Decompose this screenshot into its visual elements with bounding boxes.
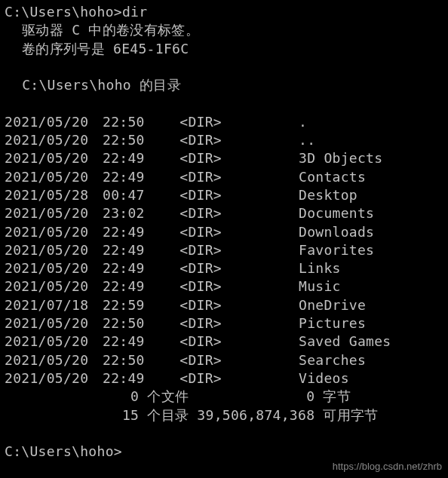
blank-line [5,94,443,112]
entry-type: <DIR> [163,369,246,388]
entry-type: <DIR> [163,332,246,351]
entry-date: 2021/05/20 [5,131,103,149]
entry-name: 3D Objects [299,149,443,167]
entry-time: 22:49 [103,332,163,351]
entry-size [246,296,299,314]
entry-type: <DIR> [163,113,246,131]
entry-date: 2021/05/20 [5,277,103,296]
entry-size [246,314,299,332]
entry-name: Desktop [299,186,443,204]
list-item: 2021/05/2022:49 <DIR>Downloads [5,223,443,241]
entry-name: OneDrive [299,296,443,314]
entry-date: 2021/05/20 [5,113,103,131]
entry-time: 22:50 [103,113,163,131]
list-item: 2021/05/2022:49 <DIR>Music [5,277,443,296]
entry-time: 23:02 [103,204,163,222]
volume-info: 驱动器 C 中的卷没有标签。 [5,21,443,39]
entry-name: Saved Games [299,332,443,351]
entry-size [246,223,299,241]
entry-size [246,131,299,149]
entry-time: 22:50 [103,131,163,149]
entry-size [246,204,299,222]
entry-time: 22:49 [103,277,163,296]
entry-size [246,369,299,388]
entry-date: 2021/05/20 [5,259,103,277]
entry-size [246,277,299,296]
entry-name: . [299,113,443,131]
entry-type: <DIR> [163,351,246,369]
entry-size [246,186,299,204]
entry-type: <DIR> [163,223,246,241]
entry-size [246,149,299,167]
list-item: 2021/05/2022:50 <DIR>Pictures [5,314,443,332]
entry-name: .. [299,131,443,149]
entry-size [246,351,299,369]
entry-time: 22:59 [103,296,163,314]
prompt: C:\Users\hoho> [5,443,122,459]
directory-listing: 2021/05/2022:50 <DIR>.2021/05/2022:50 <D… [5,113,443,388]
entry-date: 2021/05/20 [5,332,103,351]
list-item: 2021/05/2022:49 <DIR>Favorites [5,241,443,259]
entry-type: <DIR> [163,131,246,149]
entry-time: 22:49 [103,223,163,241]
entry-type: <DIR> [163,296,246,314]
prompt: C:\Users\hoho> [5,4,122,20]
blank-line [5,424,443,443]
entry-time: 00:47 [103,186,163,204]
list-item: 2021/05/2022:49 <DIR>Videos [5,369,443,388]
summary-files: 0 个文件 0 字节 [5,388,443,406]
entry-name: Videos [299,369,443,388]
entry-time: 22:49 [103,241,163,259]
serial-info: 卷的序列号是 6E45-1F6C [5,40,443,58]
entry-name: Documents [299,204,443,222]
entry-date: 2021/05/28 [5,186,103,204]
entry-name: Favorites [299,241,443,259]
entry-name: Links [299,259,443,277]
entry-size [246,259,299,277]
entry-time: 22:49 [103,149,163,167]
watermark: https://blog.csdn.net/zhrb [333,460,442,473]
entry-type: <DIR> [163,277,246,296]
list-item: 2021/05/2022:49 <DIR>Contacts [5,168,443,186]
entry-name: Searches [299,351,443,369]
entry-date: 2021/05/20 [5,314,103,332]
entry-date: 2021/05/20 [5,351,103,369]
entry-name: Contacts [299,168,443,186]
entry-size [246,113,299,131]
entry-date: 2021/05/20 [5,241,103,259]
list-item: 2021/05/2022:49 <DIR>Links [5,259,443,277]
entry-type: <DIR> [163,186,246,204]
prompt-ready[interactable]: C:\Users\hoho> [5,443,443,461]
list-item: 2021/05/2022:50 <DIR>Searches [5,351,443,369]
entry-size [246,241,299,259]
list-item: 2021/05/2023:02 <DIR>Documents [5,204,443,222]
entry-date: 2021/05/20 [5,369,103,388]
entry-size [246,168,299,186]
entry-date: 2021/05/20 [5,204,103,222]
entry-name: Pictures [299,314,443,332]
entry-date: 2021/05/20 [5,168,103,186]
entry-type: <DIR> [163,259,246,277]
list-item: 2021/05/2800:47 <DIR>Desktop [5,186,443,204]
list-item: 2021/05/2022:49 <DIR>3D Objects [5,149,443,167]
list-item: 2021/07/1822:59 <DIR>OneDrive [5,296,443,314]
entry-time: 22:49 [103,369,163,388]
entry-size [246,332,299,351]
summary-dirs: 15 个目录 39,506,874,368 可用字节 [5,406,443,424]
entry-name: Music [299,277,443,296]
directory-of: C:\Users\hoho 的目录 [5,76,443,94]
blank-line [5,58,443,76]
entry-name: Downloads [299,223,443,241]
entry-time: 22:50 [103,351,163,369]
entry-date: 2021/05/20 [5,223,103,241]
list-item: 2021/05/2022:50 <DIR>.. [5,131,443,149]
entry-type: <DIR> [163,149,246,167]
entry-time: 22:49 [103,259,163,277]
entry-type: <DIR> [163,204,246,222]
entry-time: 22:50 [103,314,163,332]
command-line[interactable]: C:\Users\hoho>dir [5,3,443,21]
entry-date: 2021/07/18 [5,296,103,314]
entry-type: <DIR> [163,241,246,259]
entry-time: 22:49 [103,168,163,186]
list-item: 2021/05/2022:50 <DIR>. [5,113,443,131]
